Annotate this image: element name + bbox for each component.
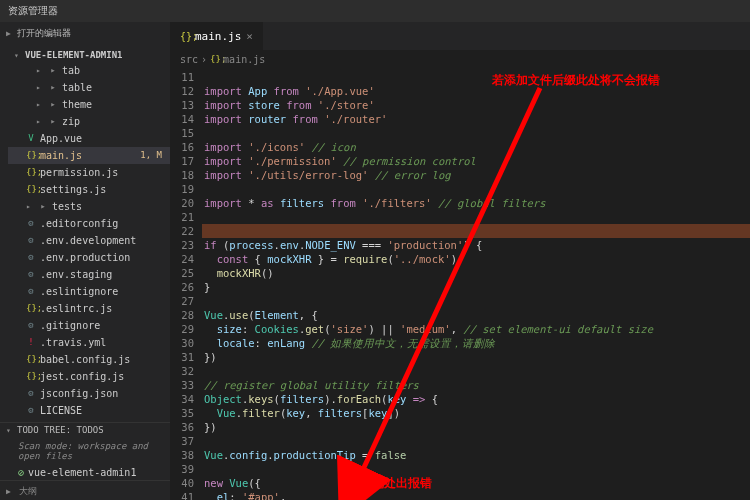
chevron-right-icon: ▶	[6, 487, 14, 496]
file-jest-config-js[interactable]: {};jest.config.js	[8, 368, 170, 385]
file--eslintignore[interactable]: ⚙.eslintignore	[8, 283, 170, 300]
folder-file-icon: ▸	[48, 63, 58, 78]
file--travis-yml[interactable]: !.travis.yml	[8, 334, 170, 351]
js-file-icon: {};	[26, 369, 36, 384]
chevron-right-icon: ▸	[36, 97, 44, 112]
js-file-icon: {};	[210, 54, 220, 64]
file-jsconfig-json[interactable]: ⚙jsconfig.json	[8, 385, 170, 402]
folder-zip[interactable]: ▸▸zip	[8, 113, 170, 130]
todo-tree-header[interactable]: ▾TODO TREE: TODOS	[0, 423, 170, 437]
file-tree: ▸▸tab▸▸table▸▸theme▸▸zipVApp.vue{};main.…	[0, 62, 170, 419]
project-section: ▾VUE-ELEMENT-ADMIN1 ▸▸tab▸▸table▸▸theme▸…	[0, 45, 170, 422]
file--editorconfig[interactable]: ⚙.editorconfig	[8, 215, 170, 232]
folder-tab[interactable]: ▸▸tab	[8, 62, 170, 79]
chevron-right-icon: ›	[201, 54, 207, 65]
sidebar: ▶打开的编辑器 ▾VUE-ELEMENT-ADMIN1 ▸▸tab▸▸table…	[0, 22, 170, 500]
project-root[interactable]: ▾VUE-ELEMENT-ADMIN1	[0, 48, 170, 62]
chevron-right-icon: ▸	[36, 114, 44, 129]
todo-tree-section: ▾TODO TREE: TODOS Scan mode: workspace a…	[0, 422, 170, 480]
chevron-down-icon: ▾	[6, 426, 14, 435]
folder-file-icon: ▸	[38, 199, 48, 214]
file--env-staging[interactable]: ⚙.env.staging	[8, 266, 170, 283]
main-container: ▶打开的编辑器 ▾VUE-ELEMENT-ADMIN1 ▸▸tab▸▸table…	[0, 22, 750, 500]
js-file-icon: {};	[26, 165, 36, 180]
file--gitignore[interactable]: ⚙.gitignore	[8, 317, 170, 334]
yml-file-icon: !	[26, 335, 36, 350]
chevron-right-icon: ▸	[36, 80, 44, 95]
folder-tests[interactable]: ▸▸tests	[8, 198, 170, 215]
file-permission-js[interactable]: {};permission.js	[8, 164, 170, 181]
vue-file-icon: V	[26, 131, 36, 146]
cfg-file-icon: ⚙	[26, 267, 36, 282]
chevron-down-icon: ▾	[14, 51, 22, 60]
breadcrumbs[interactable]: src › {}; main.js	[170, 50, 750, 68]
outline-section[interactable]: ▶ 大纲	[0, 480, 170, 500]
tab-main-js[interactable]: {}; main.js ×	[170, 22, 264, 50]
cfg-file-icon: ⚙	[26, 233, 36, 248]
modified-badge: 1, M	[140, 148, 166, 163]
file-settings-js[interactable]: {};settings.js	[8, 181, 170, 198]
cfg-file-icon: ⚙	[26, 250, 36, 265]
file-main-js[interactable]: {};main.js1, M	[8, 147, 170, 164]
js-file-icon: {};	[180, 31, 190, 42]
tab-bar: {}; main.js ×	[170, 22, 750, 50]
file-babel-config-js[interactable]: {};babel.config.js	[8, 351, 170, 368]
title-bar: 资源管理器	[0, 0, 750, 22]
folder-file-icon: ▸	[48, 114, 58, 129]
cfg-file-icon: ⚙	[26, 386, 36, 401]
code-area[interactable]: 1112131415161718192021222324252627282930…	[170, 68, 750, 500]
chevron-right-icon: ▶	[6, 29, 14, 38]
editor-pane: {}; main.js × src › {}; main.js 11121314…	[170, 22, 750, 500]
folder-file-icon: ▸	[48, 80, 58, 95]
file--env-development[interactable]: ⚙.env.development	[8, 232, 170, 249]
explorer-title: 资源管理器	[8, 4, 58, 18]
open-editors-section[interactable]: ▶打开的编辑器	[0, 22, 170, 45]
scan-mode-message: Scan mode: workspace and open files	[0, 437, 170, 465]
file-LICENSE[interactable]: ⚙LICENSE	[8, 402, 170, 419]
file-App-vue[interactable]: VApp.vue	[8, 130, 170, 147]
line-number-gutter: 1112131415161718192021222324252627282930…	[170, 68, 204, 500]
folder-theme[interactable]: ▸▸theme	[8, 96, 170, 113]
file--env-production[interactable]: ⚙.env.production	[8, 249, 170, 266]
close-icon[interactable]: ×	[246, 30, 253, 43]
cfg-file-icon: ⚙	[26, 318, 36, 333]
check-circle-icon: ⊘	[18, 467, 24, 478]
js-file-icon: {};	[26, 301, 36, 316]
js-file-icon: {};	[26, 352, 36, 367]
code-content[interactable]: import App from './App.vue'import store …	[204, 68, 750, 500]
todo-project-item[interactable]: ⊘vue-element-admin1	[0, 465, 170, 480]
js-file-icon: {};	[26, 182, 36, 197]
folder-file-icon: ▸	[48, 97, 58, 112]
chevron-right-icon: ▸	[36, 63, 44, 78]
chevron-right-icon: ▸	[26, 199, 34, 214]
cfg-file-icon: ⚙	[26, 216, 36, 231]
folder-table[interactable]: ▸▸table	[8, 79, 170, 96]
js-file-icon: {};	[26, 148, 36, 163]
file--eslintrc-js[interactable]: {};.eslintrc.js	[8, 300, 170, 317]
cfg-file-icon: ⚙	[26, 403, 36, 418]
cfg-file-icon: ⚙	[26, 284, 36, 299]
